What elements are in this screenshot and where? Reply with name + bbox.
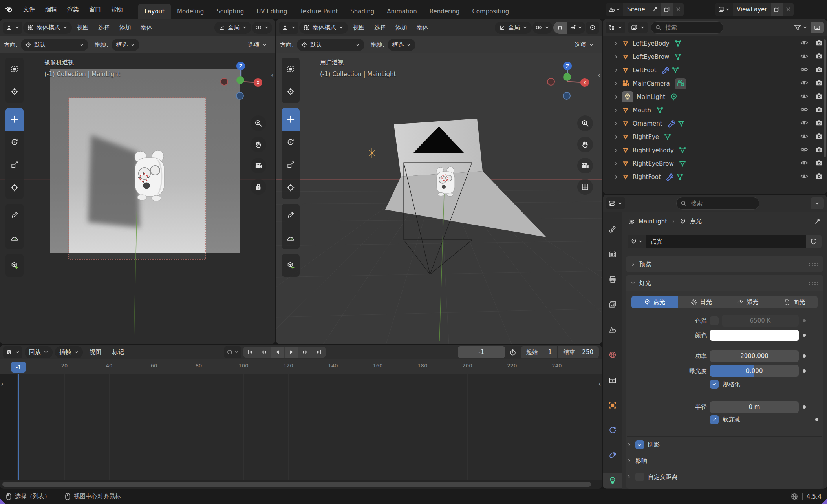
object-name[interactable]: RightFoot (633, 173, 661, 181)
render-visibility-icon[interactable] (815, 119, 823, 128)
panel-preview[interactable]: 预览 (626, 256, 823, 272)
blender-logo-icon[interactable] (0, 5, 18, 13)
playhead-badge[interactable]: -1 (11, 362, 26, 373)
light-type-point[interactable]: 点光 (631, 296, 678, 308)
orientation-dropdown[interactable]: 全局 (214, 22, 251, 34)
menu-select[interactable]: 选择 (94, 24, 114, 31)
outliner-row[interactable]: MainCamera (603, 77, 827, 90)
new-collection-button[interactable] (811, 22, 824, 33)
menu-playback[interactable]: 回放 (25, 346, 53, 358)
normalize-checkbox[interactable] (710, 380, 719, 389)
scene-selector[interactable]: Scene (606, 3, 684, 16)
menu-render[interactable]: 渲染 (62, 6, 84, 13)
object-name[interactable]: Mouth (633, 107, 651, 114)
hide-eye-icon[interactable] (800, 119, 808, 128)
tool-annotate[interactable] (282, 204, 300, 226)
timeline-ruler[interactable]: 20 40 60 80 100 120 140 160 180 200 220 … (0, 359, 602, 374)
outliner-row-active[interactable]: MainLight (603, 90, 827, 104)
tool-transform[interactable] (282, 176, 300, 199)
tab-scene[interactable] (603, 322, 622, 338)
render-visibility-icon[interactable] (815, 106, 823, 115)
menu-marker[interactable]: 标记 (108, 349, 128, 356)
axis-gizmo[interactable]: Z X (547, 60, 590, 103)
temperature-field[interactable]: 6500 K (722, 315, 799, 327)
animate-dot[interactable] (815, 418, 818, 421)
panel-drag-dots[interactable] (808, 281, 818, 285)
ortho-grid-icon[interactable] (577, 179, 593, 195)
temperature-checkbox[interactable] (710, 316, 719, 325)
tab-uv-editing[interactable]: UV Editing (250, 4, 293, 19)
object-name[interactable]: MainLight (637, 93, 665, 100)
hide-eye-icon[interactable] (800, 106, 808, 115)
editor-type-dropdown[interactable] (279, 22, 298, 34)
outliner-row[interactable]: Ornament (603, 117, 827, 130)
tool-annotate[interactable] (5, 204, 24, 226)
hide-eye-icon[interactable] (800, 146, 808, 155)
tab-world[interactable] (603, 347, 622, 363)
display-mode-dropdown[interactable] (628, 22, 648, 33)
search-input[interactable] (664, 24, 713, 31)
object-name[interactable]: LeftFoot (633, 67, 657, 74)
shadow-checkbox[interactable] (635, 440, 644, 449)
expand-icon[interactable] (614, 68, 618, 73)
expand-icon[interactable] (614, 95, 618, 99)
exposure-slider[interactable]: 0.000 (710, 365, 799, 377)
remove-viewlayer-icon[interactable] (783, 6, 794, 13)
end-frame-field[interactable]: 结束 250 (558, 346, 599, 358)
render-visibility-icon[interactable] (815, 92, 823, 102)
axis-gizmo[interactable]: Z X (220, 60, 263, 103)
tool-scale[interactable] (282, 153, 300, 176)
tool-cursor[interactable] (282, 80, 300, 103)
editor-type-dropdown[interactable] (3, 346, 22, 358)
tool-rotate[interactable] (282, 131, 300, 153)
editor-type-dropdown[interactable] (3, 22, 22, 34)
tab-object[interactable] (603, 397, 622, 413)
drag-dropdown[interactable]: 框选 (112, 39, 139, 51)
hide-eye-icon[interactable] (800, 66, 808, 75)
next-keyframe-button[interactable] (298, 347, 312, 358)
region-expand-icon[interactable]: › (1, 380, 4, 388)
animate-dot[interactable] (803, 334, 806, 337)
outliner-row[interactable]: RightEyeBody (603, 144, 827, 157)
breadcrumb-object[interactable]: MainLight (639, 218, 667, 225)
hide-eye-icon[interactable] (800, 92, 808, 102)
render-visibility-icon[interactable] (815, 159, 823, 168)
menu-select[interactable]: 选择 (370, 24, 390, 31)
tab-layout[interactable]: Layout (138, 4, 171, 19)
new-scene-button[interactable] (661, 3, 673, 16)
object-name[interactable]: LeftEyeBody (633, 40, 670, 47)
properties-search[interactable] (676, 197, 759, 210)
pivot-dropdown[interactable] (252, 22, 272, 34)
jump-to-start-button[interactable] (243, 347, 257, 358)
camera-view-icon[interactable] (577, 158, 593, 173)
camera-view-icon[interactable] (251, 158, 266, 173)
tool-scale[interactable] (5, 153, 24, 176)
expand-icon[interactable] (614, 121, 618, 126)
animate-dot[interactable] (803, 369, 806, 373)
object-name[interactable]: RightEyeBrow (633, 160, 674, 167)
expand-icon[interactable] (614, 55, 618, 59)
tab-animation[interactable]: Animation (381, 4, 423, 19)
expand-icon[interactable] (614, 161, 618, 166)
power-field[interactable]: 2000.000 (710, 350, 799, 362)
hide-eye-icon[interactable] (800, 52, 808, 62)
expand-icon[interactable] (614, 175, 618, 179)
menu-keying[interactable]: 插帧 (55, 346, 83, 358)
sidebar-collapse-icon[interactable]: ‹ (598, 71, 600, 79)
orientation-dropdown[interactable]: 全局 (495, 22, 532, 34)
render-visibility-icon[interactable] (815, 79, 823, 88)
start-frame-field[interactable]: 起始 1 (521, 346, 558, 358)
menu-object[interactable]: 物体 (412, 24, 433, 31)
menu-edit[interactable]: 编辑 (40, 6, 62, 13)
timeline-scrollbar[interactable] (2, 482, 591, 487)
menu-view[interactable]: 视图 (349, 24, 369, 31)
outliner-row[interactable]: Mouth (603, 104, 827, 117)
hide-eye-icon[interactable] (800, 132, 808, 142)
tab-compositing[interactable]: Compositing (466, 4, 515, 19)
radius-field[interactable]: 0 m (710, 401, 799, 413)
tab-physics[interactable] (603, 422, 622, 438)
mode-dropdown[interactable]: 物体模式 (23, 22, 72, 34)
viewport-user-canvas[interactable]: 用户透视 (-1) Collection | MainLight (276, 53, 602, 344)
subpanel-influence[interactable]: 影响 (627, 453, 822, 469)
menu-add[interactable]: 添加 (115, 24, 135, 31)
